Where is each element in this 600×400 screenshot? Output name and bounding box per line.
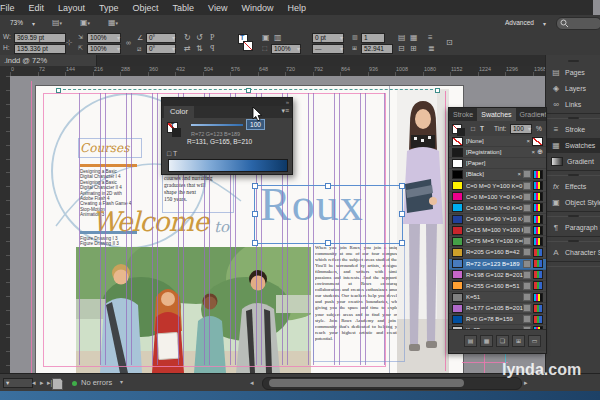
swatch-row[interactable]: R=198 G=102 B=201 <box>449 270 546 281</box>
swatch-row[interactable]: C=0 M=0 Y=100 K=0 <box>449 181 546 192</box>
reference-point-proxy[interactable]: ⊹ <box>66 38 73 47</box>
tint-dropdown-icon[interactable]: ▾ <box>528 125 531 132</box>
swatch-row[interactable]: [Registration]×⊕ <box>449 147 546 158</box>
menu-table[interactable]: Table <box>166 3 202 13</box>
dock-item-swatches[interactable]: ▦Swatches <box>546 138 600 153</box>
swatch-row[interactable]: R=72 G=123 B=189 <box>449 259 546 270</box>
dock-group-handle[interactable] <box>568 60 579 62</box>
column-guide[interactable] <box>152 93 153 365</box>
menu-type[interactable]: Type <box>92 3 126 13</box>
scale-y-dropdown-icon[interactable]: ▾ <box>117 45 120 52</box>
dock-group-handle[interactable] <box>568 240 579 242</box>
swatch-row[interactable]: K=51 <box>449 292 546 303</box>
selection-handle[interactable] <box>252 183 258 189</box>
swatch-row[interactable]: R=255 G=160 B=51 <box>449 281 546 292</box>
dock-group-handle[interactable] <box>568 117 579 119</box>
selection-handle[interactable] <box>252 211 258 217</box>
column-guide[interactable] <box>100 93 101 365</box>
dock-item-paragraph-styles[interactable]: ¶Paragraph Styles <box>546 220 600 235</box>
gutter-field[interactable]: 52.941 <box>361 44 393 54</box>
document-tab[interactable]: .indd @ 72% <box>0 55 97 66</box>
opacity-dropdown-icon[interactable]: ▾ <box>297 45 300 52</box>
rotate-ccw-icon[interactable]: ↺ <box>196 33 203 42</box>
zoom-level-field[interactable]: 73% <box>10 19 23 27</box>
stroke-proxy-chip[interactable] <box>457 128 465 136</box>
zoom-dropdown-icon[interactable]: ▾ <box>32 20 35 27</box>
columns-field[interactable]: 1 <box>361 33 385 43</box>
formatting-affects-icons[interactable]: □ T <box>167 150 177 157</box>
menu-object[interactable]: Object <box>126 3 166 13</box>
pasteboard-pink-guide[interactable] <box>484 352 485 373</box>
text-icon[interactable]: T <box>480 125 484 132</box>
scale-x-dropdown-icon[interactable]: ▾ <box>117 34 120 41</box>
dock-item-links[interactable]: ∞Links <box>546 97 600 112</box>
rotate-cw-icon[interactable]: ↻ <box>184 33 191 42</box>
screen-mode-icon[interactable]: ▣▾ <box>80 18 90 28</box>
distribute-icon[interactable]: ≣ <box>428 44 435 53</box>
color-panel-header[interactable]: » <box>162 98 292 106</box>
dock-item-pages[interactable]: ▤Pages <box>546 65 600 80</box>
new-swatch-button[interactable]: ⊞ <box>512 335 525 347</box>
swatch-row[interactable]: C=75 M=5 Y=100 K=0 <box>449 236 546 247</box>
horizontal-scrollbar[interactable] <box>262 377 522 390</box>
roux-selection-frame[interactable] <box>254 185 403 244</box>
swatch-row[interactable]: R=0 G=78 B=159 <box>449 314 546 325</box>
scale-x-field[interactable]: 100% <box>87 33 121 43</box>
stroke-style-dropdown-icon[interactable]: ▾ <box>340 45 343 52</box>
column-guide[interactable] <box>157 93 158 365</box>
dock-item-effects[interactable]: fxEffects <box>546 179 600 194</box>
next-page-icon[interactable]: ▸ <box>40 378 44 387</box>
selection-handle[interactable] <box>325 183 331 189</box>
scroll-right-icon[interactable]: ▸ <box>524 378 528 387</box>
column-guide[interactable] <box>105 93 106 365</box>
arrange-documents-icon[interactable]: ▦▾ <box>108 18 118 28</box>
align-icon[interactable]: ≡ <box>428 33 433 42</box>
menu-window[interactable]: Window <box>234 3 280 13</box>
color-panel-tab[interactable]: Color <box>164 106 194 118</box>
show-color-swatches-button[interactable]: ▦ <box>480 335 493 347</box>
selection-handle[interactable] <box>399 240 405 246</box>
column-guide[interactable] <box>131 93 132 365</box>
horizontal-scrollbar-thumb[interactable] <box>269 379 464 387</box>
view-options-icon[interactable]: ▤▾ <box>52 18 62 28</box>
menu-file[interactable]: File <box>0 3 22 13</box>
menu-layout[interactable]: Layout <box>51 3 92 13</box>
select-content-icon[interactable]: ▥ <box>274 33 282 42</box>
dock-item-layers[interactable]: ◈Layers <box>546 81 600 96</box>
swatch-row[interactable]: [Paper] <box>449 158 546 169</box>
flip-vertical-icon[interactable]: ⇄ <box>184 44 191 53</box>
show-all-swatches-button[interactable]: ▤ <box>464 335 477 347</box>
panel-menu-icon[interactable]: ▾≡ <box>281 107 289 115</box>
dock-group-handle[interactable] <box>568 215 579 217</box>
fitting-icon[interactable]: ▤ <box>398 33 406 42</box>
scale-y-field[interactable]: 100% <box>87 44 121 54</box>
effects-button-icon[interactable]: ⊟ <box>398 44 405 53</box>
delete-swatch-button[interactable]: ▭ <box>528 335 541 347</box>
courses-heading-frame[interactable] <box>78 138 142 158</box>
menu-edit[interactable]: Edit <box>22 3 52 13</box>
column-guide[interactable] <box>126 93 127 365</box>
tab-stroke[interactable]: Stroke <box>449 108 477 121</box>
collapse-panel-icon[interactable]: » <box>541 108 544 121</box>
stroke-proxy[interactable] <box>243 41 253 51</box>
swatch-row[interactable]: C=100 M=90 Y=10 K=0 <box>449 214 546 225</box>
workspace-dropdown-icon[interactable]: ▾ <box>543 20 546 27</box>
prev-page-icon[interactable]: ◂ <box>32 378 36 387</box>
dock-item-stroke[interactable]: ≡Stroke <box>546 122 600 137</box>
shear-dropdown-icon[interactable]: ▾ <box>172 45 175 52</box>
swatch-row[interactable]: [None]× <box>449 136 546 147</box>
dock-item-character-styles[interactable]: ACharacter Styles <box>546 245 600 260</box>
stroke-chip[interactable] <box>172 128 181 137</box>
preflight-status-text[interactable]: No errors <box>81 378 112 387</box>
dock-group-handle[interactable] <box>568 174 579 176</box>
last-page-icon[interactable]: ▸| <box>47 378 52 387</box>
panel-options-icon[interactable]: ⊡ <box>446 38 453 47</box>
search-input[interactable] <box>556 17 600 30</box>
selection-handle[interactable] <box>252 240 258 246</box>
swatch-row[interactable]: C=15 M=100 Y=100 K=0 <box>449 225 546 236</box>
column-guide[interactable] <box>79 93 80 365</box>
frame-options-icon[interactable]: ▦ <box>410 33 418 42</box>
height-field[interactable]: 135.336 pt <box>14 44 66 54</box>
dock-item-gradient[interactable]: Gradient <box>546 154 600 169</box>
page-number-field[interactable]: ▾ <box>3 378 33 388</box>
